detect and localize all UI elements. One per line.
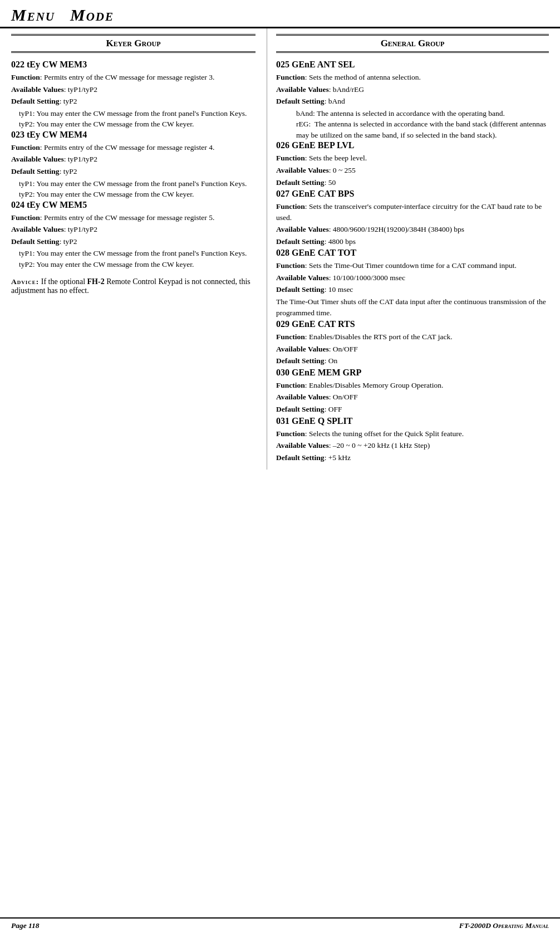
title-word1: Menu [11,6,55,24]
entry-029-avail: Available Values: On/OFF [276,344,549,355]
entry-029-function: Function: Enables/Disables the RTS port … [276,331,549,343]
advice-label: Advice: [11,277,39,286]
entry-024-indent2: tyP2: You may enter the CW message from … [11,259,256,270]
entry-022: 022 tEy CW MEM3 Function: Permits entry … [11,60,256,130]
entry-024-indent1: tyP1: You may enter the CW message from … [11,248,256,259]
entry-022-indent1: tyP1: You may enter the CW message from … [11,108,256,119]
entry-028-avail: Available Values: 10/100/1000/3000 msec [276,272,549,284]
entry-026-avail: Available Values: 0 ~ 255 [276,165,549,176]
right-column: General Group 025 GEnE ANT SEL Function:… [267,28,560,470]
entry-026-function: Function: Sets the beep level. [276,153,549,164]
entry-028: 028 GEnE CAT TOT Function: Sets the Time… [276,248,549,318]
entry-027-function: Function: Sets the transceiver's compute… [276,201,549,223]
entry-030-function: Function: Enables/Disables Memory Group … [276,380,549,391]
entry-024-avail: Available Values: tyP1/tyP2 [11,224,256,235]
entry-029-title: 029 GEnE CAT RTS [276,319,549,329]
entry-027-title: 027 GEnE CAT BPS [276,189,549,199]
entry-022-function: Function: Permits entry of the CW messag… [11,72,256,83]
entry-026: 026 GEnE BEP LVL Function: Sets the beep… [276,140,549,188]
entry-025-default: Default Setting: bAnd [276,96,549,107]
entry-022-avail: Available Values: tyP1/tyP2 [11,84,256,95]
entry-030: 030 GEnE MEM GRP Function: Enables/Disab… [276,368,549,415]
entry-025-avail: Available Values: bAnd/rEG [276,84,549,95]
entry-026-title: 026 GEnE BEP LVL [276,140,549,150]
function-label: Function [11,73,40,81]
entry-023-indent2: tyP2: You may enter the CW message from … [11,189,256,200]
entry-027-avail: Available Values: 4800/9600/192H(19200)/… [276,224,549,235]
entry-022-default: Default Setting: tyP2 [11,96,256,107]
entry-025: 025 GEnE ANT SEL Function: Sets the meth… [276,60,549,140]
entry-022-indent2: tyP2: You may enter the CW message from … [11,119,256,130]
entry-028-extra: The Time-Out Timer shuts off the CAT dat… [276,296,549,318]
entry-023-title: 023 tEy CW MEM4 [11,130,256,140]
entry-031-title: 031 GEnE Q SPLIT [276,416,549,426]
entry-030-avail: Available Values: On/OFF [276,392,549,403]
function-text: : Permits entry of the CW message for me… [40,73,215,81]
left-column: Keyer Group 022 tEy CW MEM3 Function: Pe… [0,28,267,470]
entry-025-title: 025 GEnE ANT SEL [276,60,549,70]
entry-028-default: Default Setting: 10 msec [276,284,549,295]
main-content: Keyer Group 022 tEy CW MEM3 Function: Pe… [0,28,560,470]
entry-031: 031 GEnE Q SPLIT Function: Selects the t… [276,416,549,463]
avail-label: Available Values [11,85,64,94]
entry-023-function: Function: Permits entry of the CW messag… [11,142,256,153]
entry-024-default: Default Setting: tyP2 [11,236,256,247]
entry-023-default: Default Setting: tyP2 [11,166,256,177]
entry-031-avail: Available Values: –20 ~ 0 ~ +20 kHz (1 k… [276,440,549,451]
page-header: Menu Mode [0,0,560,28]
entry-029: 029 GEnE CAT RTS Function: Enables/Disab… [276,319,549,367]
entry-024: 024 tEy CW MEM5 Function: Permits entry … [11,200,256,270]
entry-027-default: Default Setting: 4800 bps [276,236,549,247]
default-text: : tyP2 [60,97,77,105]
entry-022-title: 022 tEy CW MEM3 [11,60,256,70]
entry-028-function: Function: Sets the Time-Out Timer countd… [276,260,549,271]
entry-024-title: 024 tEy CW MEM5 [11,200,256,210]
entry-025-indent1: bAnd: The antenna is selected in accorda… [276,108,549,119]
entry-028-title: 028 GEnE CAT TOT [276,248,549,258]
entry-031-default: Default Setting: +5 kHz [276,452,549,463]
entry-030-title: 030 GEnE MEM GRP [276,368,549,378]
footer-page-number: Page 118 [11,921,40,930]
entry-027: 027 GEnE CAT BPS Function: Sets the tran… [276,189,549,247]
entry-031-function: Function: Selects the tuning offset for … [276,428,549,439]
avail-text: : tyP1/tyP2 [64,85,97,94]
advice-text: If the optional FH-2 Remote Control Keyp… [11,277,250,295]
entry-024-function: Function: Permits entry of the CW messag… [11,212,256,223]
entry-025-indent2: rEG: The antenna is selected in accordan… [276,119,549,140]
title-word2: Mode [70,6,114,24]
entry-030-default: Default Setting: OFF [276,404,549,415]
keyer-group-header: Keyer Group [11,34,256,53]
advice-block: Advice: If the optional FH-2 Remote Cont… [11,277,256,295]
entry-023-indent1: tyP1: You may enter the CW message from … [11,178,256,189]
entry-023-avail: Available Values: tyP1/tyP2 [11,154,256,165]
entry-023: 023 tEy CW MEM4 Function: Permits entry … [11,130,256,200]
default-label: Default Setting [11,97,60,105]
page-title: Menu Mode [11,6,549,25]
footer-manual-title: FT-2000D Operating Manual [459,921,549,930]
entry-025-function: Function: Sets the method of antenna sel… [276,72,549,83]
general-group-header: General Group [276,34,549,53]
page-footer: Page 118 FT-2000D Operating Manual [0,917,560,933]
entry-029-default: Default Setting: On [276,355,549,367]
entry-026-default: Default Setting: 50 [276,177,549,188]
